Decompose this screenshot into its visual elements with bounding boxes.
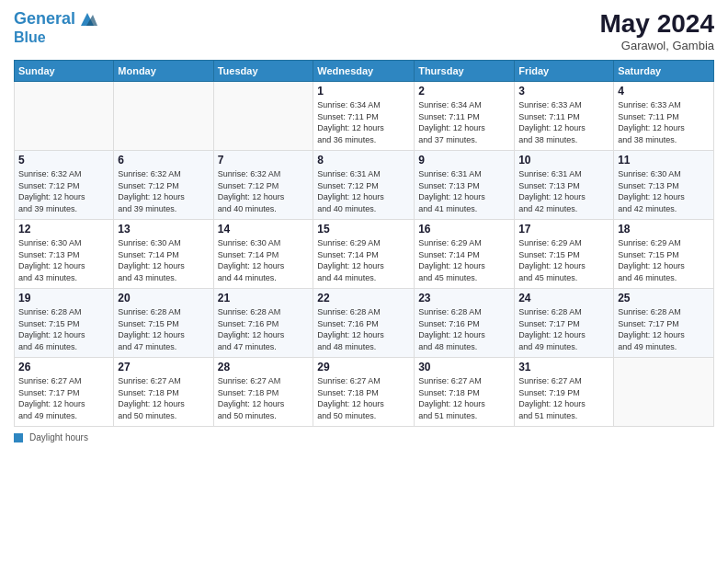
day-number: 13	[118, 223, 209, 236]
calendar-cell: 8Sunrise: 6:31 AM Sunset: 7:12 PM Daylig…	[313, 151, 415, 220]
calendar-cell: 29Sunrise: 6:27 AM Sunset: 7:18 PM Dayli…	[313, 358, 415, 427]
calendar-table: SundayMondayTuesdayWednesdayThursdayFrid…	[14, 60, 714, 427]
logo-icon	[77, 9, 97, 29]
calendar-cell: 1Sunrise: 6:34 AM Sunset: 7:11 PM Daylig…	[313, 82, 415, 151]
day-info: Sunrise: 6:32 AM Sunset: 7:12 PM Dayligh…	[218, 168, 310, 214]
day-info: Sunrise: 6:31 AM Sunset: 7:13 PM Dayligh…	[418, 168, 510, 214]
day-number: 7	[218, 154, 310, 167]
day-number: 24	[518, 292, 609, 304]
calendar-cell: 15Sunrise: 6:29 AM Sunset: 7:14 PM Dayli…	[313, 220, 415, 289]
day-info: Sunrise: 6:28 AM Sunset: 7:15 PM Dayligh…	[18, 306, 109, 352]
calendar-cell	[114, 82, 213, 151]
day-number: 9	[418, 154, 510, 167]
day-number: 8	[317, 154, 410, 167]
day-info: Sunrise: 6:30 AM Sunset: 7:14 PM Dayligh…	[218, 237, 310, 283]
day-info: Sunrise: 6:27 AM Sunset: 7:18 PM Dayligh…	[418, 375, 510, 421]
calendar-cell: 28Sunrise: 6:27 AM Sunset: 7:18 PM Dayli…	[213, 358, 313, 427]
day-info: Sunrise: 6:28 AM Sunset: 7:16 PM Dayligh…	[418, 306, 510, 352]
calendar-cell: 16Sunrise: 6:29 AM Sunset: 7:14 PM Dayli…	[415, 220, 515, 289]
day-info: Sunrise: 6:30 AM Sunset: 7:14 PM Dayligh…	[118, 237, 209, 283]
calendar-cell: 20Sunrise: 6:28 AM Sunset: 7:15 PM Dayli…	[114, 289, 213, 358]
day-number: 4	[618, 85, 710, 98]
footer: Daylight hours	[14, 432, 714, 442]
day-info: Sunrise: 6:27 AM Sunset: 7:18 PM Dayligh…	[317, 375, 410, 421]
day-number: 26	[18, 361, 109, 373]
day-number: 12	[18, 223, 109, 236]
day-number: 22	[317, 292, 410, 304]
calendar-cell: 12Sunrise: 6:30 AM Sunset: 7:13 PM Dayli…	[15, 220, 114, 289]
day-info: Sunrise: 6:32 AM Sunset: 7:12 PM Dayligh…	[18, 168, 109, 214]
calendar-cell: 2Sunrise: 6:34 AM Sunset: 7:11 PM Daylig…	[415, 82, 515, 151]
day-info: Sunrise: 6:29 AM Sunset: 7:14 PM Dayligh…	[317, 237, 410, 283]
day-number: 23	[418, 292, 510, 304]
logo-text: General	[14, 10, 75, 29]
day-number: 21	[218, 292, 310, 304]
calendar-cell: 9Sunrise: 6:31 AM Sunset: 7:13 PM Daylig…	[415, 151, 515, 220]
day-number: 16	[418, 223, 510, 236]
day-info: Sunrise: 6:33 AM Sunset: 7:11 PM Dayligh…	[518, 99, 609, 145]
day-info: Sunrise: 6:31 AM Sunset: 7:12 PM Dayligh…	[317, 168, 410, 214]
day-info: Sunrise: 6:28 AM Sunset: 7:17 PM Dayligh…	[618, 306, 710, 352]
day-info: Sunrise: 6:27 AM Sunset: 7:18 PM Dayligh…	[218, 375, 310, 421]
logo: General Blue	[14, 9, 97, 46]
calendar-cell: 26Sunrise: 6:27 AM Sunset: 7:17 PM Dayli…	[15, 358, 114, 427]
calendar-cell: 13Sunrise: 6:30 AM Sunset: 7:14 PM Dayli…	[114, 220, 213, 289]
day-number: 20	[118, 292, 209, 304]
calendar-cell: 31Sunrise: 6:27 AM Sunset: 7:19 PM Dayli…	[515, 358, 614, 427]
header: General Blue May 2024 Garawol, Gambia	[14, 9, 714, 52]
weekday-header: Thursday	[415, 61, 515, 82]
weekday-header: Wednesday	[313, 61, 415, 82]
day-number: 15	[317, 223, 410, 236]
day-number: 10	[518, 154, 609, 167]
day-number: 14	[218, 223, 310, 236]
day-info: Sunrise: 6:32 AM Sunset: 7:12 PM Dayligh…	[118, 168, 209, 214]
calendar-cell	[213, 82, 313, 151]
location: Garawol, Gambia	[599, 39, 714, 52]
day-info: Sunrise: 6:27 AM Sunset: 7:17 PM Dayligh…	[18, 375, 109, 421]
day-number: 27	[118, 361, 209, 373]
calendar-cell: 30Sunrise: 6:27 AM Sunset: 7:18 PM Dayli…	[415, 358, 515, 427]
calendar-week-row: 1Sunrise: 6:34 AM Sunset: 7:11 PM Daylig…	[15, 82, 714, 151]
calendar-cell	[15, 82, 114, 151]
day-number: 6	[118, 154, 209, 167]
day-number: 5	[18, 154, 109, 167]
day-info: Sunrise: 6:30 AM Sunset: 7:13 PM Dayligh…	[18, 237, 109, 283]
calendar-cell: 6Sunrise: 6:32 AM Sunset: 7:12 PM Daylig…	[114, 151, 213, 220]
calendar-cell: 7Sunrise: 6:32 AM Sunset: 7:12 PM Daylig…	[213, 151, 313, 220]
day-number: 28	[218, 361, 310, 373]
day-number: 2	[418, 85, 510, 98]
day-info: Sunrise: 6:31 AM Sunset: 7:13 PM Dayligh…	[518, 168, 609, 214]
logo-subtext: Blue	[14, 29, 97, 46]
month-year: May 2024	[599, 9, 714, 39]
day-number: 25	[618, 292, 710, 304]
calendar-cell: 5Sunrise: 6:32 AM Sunset: 7:12 PM Daylig…	[15, 151, 114, 220]
day-number: 19	[18, 292, 109, 304]
calendar-week-row: 12Sunrise: 6:30 AM Sunset: 7:13 PM Dayli…	[15, 220, 714, 289]
calendar-cell: 14Sunrise: 6:30 AM Sunset: 7:14 PM Dayli…	[213, 220, 313, 289]
calendar-cell: 22Sunrise: 6:28 AM Sunset: 7:16 PM Dayli…	[313, 289, 415, 358]
day-info: Sunrise: 6:29 AM Sunset: 7:14 PM Dayligh…	[418, 237, 510, 283]
calendar-week-row: 19Sunrise: 6:28 AM Sunset: 7:15 PM Dayli…	[15, 289, 714, 358]
calendar-week-row: 26Sunrise: 6:27 AM Sunset: 7:17 PM Dayli…	[15, 358, 714, 427]
calendar-header-row: SundayMondayTuesdayWednesdayThursdayFrid…	[15, 61, 714, 82]
day-number: 11	[618, 154, 710, 167]
day-info: Sunrise: 6:28 AM Sunset: 7:15 PM Dayligh…	[118, 306, 209, 352]
day-number: 29	[317, 361, 410, 373]
day-info: Sunrise: 6:33 AM Sunset: 7:11 PM Dayligh…	[618, 99, 710, 145]
calendar-week-row: 5Sunrise: 6:32 AM Sunset: 7:12 PM Daylig…	[15, 151, 714, 220]
weekday-header: Friday	[515, 61, 614, 82]
calendar-cell	[614, 358, 714, 427]
calendar-cell: 24Sunrise: 6:28 AM Sunset: 7:17 PM Dayli…	[515, 289, 614, 358]
day-info: Sunrise: 6:34 AM Sunset: 7:11 PM Dayligh…	[418, 99, 510, 145]
day-info: Sunrise: 6:27 AM Sunset: 7:18 PM Dayligh…	[118, 375, 209, 421]
day-number: 18	[618, 223, 710, 236]
calendar-cell: 25Sunrise: 6:28 AM Sunset: 7:17 PM Dayli…	[614, 289, 714, 358]
calendar-cell: 23Sunrise: 6:28 AM Sunset: 7:16 PM Dayli…	[415, 289, 515, 358]
calendar-cell: 4Sunrise: 6:33 AM Sunset: 7:11 PM Daylig…	[614, 82, 714, 151]
calendar-cell: 11Sunrise: 6:30 AM Sunset: 7:13 PM Dayli…	[614, 151, 714, 220]
title-block: May 2024 Garawol, Gambia	[599, 9, 714, 52]
day-info: Sunrise: 6:27 AM Sunset: 7:19 PM Dayligh…	[518, 375, 609, 421]
calendar-cell: 10Sunrise: 6:31 AM Sunset: 7:13 PM Dayli…	[515, 151, 614, 220]
day-info: Sunrise: 6:34 AM Sunset: 7:11 PM Dayligh…	[317, 99, 410, 145]
day-number: 31	[518, 361, 609, 373]
